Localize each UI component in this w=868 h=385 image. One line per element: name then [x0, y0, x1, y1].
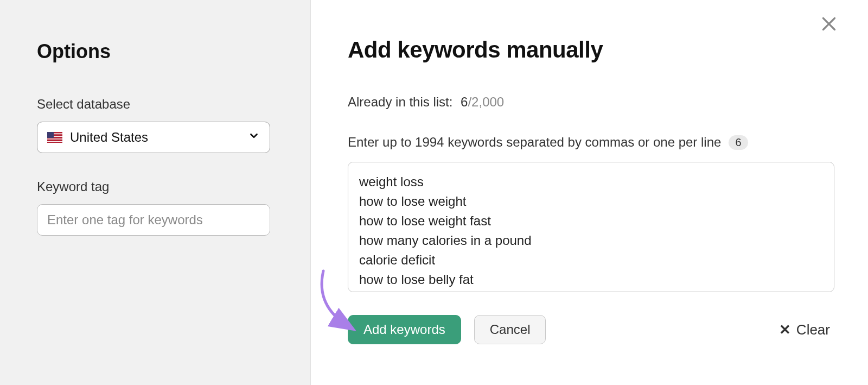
database-select[interactable]: United States — [37, 122, 270, 153]
instruction-row: Enter up to 1994 keywords separated by c… — [348, 135, 834, 150]
keywords-textarea[interactable] — [348, 162, 834, 292]
keyword-tag-input[interactable] — [37, 204, 270, 236]
close-button[interactable] — [819, 14, 839, 36]
already-label: Already in this list: — [348, 94, 452, 109]
database-label: Select database — [37, 97, 275, 112]
options-sidebar: Options Select database United States Ke… — [0, 0, 311, 385]
cancel-button[interactable]: Cancel — [474, 315, 546, 344]
database-selected-value: United States — [70, 130, 148, 145]
main-panel: Add keywords manually Already in this li… — [311, 0, 868, 385]
already-max: 2,000 — [471, 94, 504, 109]
tag-field-group: Keyword tag — [37, 179, 275, 236]
sidebar-title: Options — [37, 40, 275, 63]
close-icon: ✕ — [779, 321, 791, 338]
clear-button[interactable]: ✕ Clear — [779, 321, 834, 338]
already-count: 6 — [461, 94, 468, 109]
already-in-list: Already in this list: 6/2,000 — [348, 94, 834, 110]
clear-label: Clear — [796, 321, 830, 338]
instruction-text: Enter up to 1994 keywords separated by c… — [348, 135, 721, 150]
main-title: Add keywords manually — [348, 37, 834, 63]
database-field-group: Select database United States — [37, 97, 275, 153]
database-select-value-wrap: United States — [47, 130, 148, 145]
us-flag-icon — [47, 132, 62, 143]
tag-label: Keyword tag — [37, 179, 275, 194]
add-keywords-button[interactable]: Add keywords — [348, 315, 461, 344]
keyword-count-badge: 6 — [729, 135, 748, 150]
button-row: Add keywords Cancel ✕ Clear — [348, 315, 834, 344]
chevron-down-icon — [248, 130, 260, 145]
